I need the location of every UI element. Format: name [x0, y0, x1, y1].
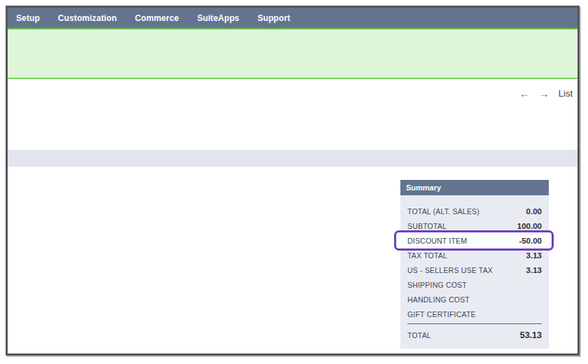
row-label: DISCOUNT ITEM — [407, 237, 467, 245]
summary-row-us-sellers-use-tax: US - SELLERS USE TAX 3.13 — [400, 262, 549, 277]
summary-row-gift-certificate: GIFT CERTIFICATE — [400, 307, 549, 321]
app-window: Setup Customization Commerce SuiteApps S… — [6, 6, 580, 356]
nav-item-commerce[interactable]: Commerce — [135, 13, 179, 23]
row-value: 3.13 — [526, 251, 542, 260]
forward-arrow-icon[interactable]: → — [539, 88, 550, 99]
row-label: SUBTOTAL — [407, 222, 447, 230]
row-value: 0.00 — [526, 207, 542, 216]
row-label: SHIPPING COST — [407, 281, 467, 289]
row-value: 100.00 — [517, 222, 542, 230]
summary-row-discount-item: DISCOUNT ITEM -50.00 — [400, 233, 549, 248]
summary-panel-body: TOTAL (ALT. SALES) 0.00 SUBTOTAL 100.00 … — [400, 195, 549, 349]
row-label: GIFT CERTIFICATE — [407, 310, 476, 318]
list-link[interactable]: List — [559, 88, 573, 99]
nav-controls: ← → List — [519, 88, 573, 99]
section-divider-band — [8, 150, 578, 167]
content-toolbar: ← → List — [8, 79, 578, 150]
row-label: HANDLING COST — [407, 295, 470, 304]
row-value: 3.13 — [526, 266, 542, 274]
row-value: -50.00 — [519, 237, 542, 245]
header-band — [8, 28, 578, 79]
row-value: 53.13 — [520, 330, 542, 340]
summary-row-handling-cost: HANDLING COST — [400, 292, 549, 307]
top-navbar: Setup Customization Commerce SuiteApps S… — [8, 8, 578, 28]
summary-row-total-alt-sales: TOTAL (ALT. SALES) 0.00 — [400, 204, 549, 218]
nav-item-setup[interactable]: Setup — [16, 13, 40, 23]
summary-panel: Summary TOTAL (ALT. SALES) 0.00 SUBTOTAL… — [400, 180, 549, 349]
back-arrow-icon[interactable]: ← — [519, 88, 530, 99]
nav-item-suiteapps[interactable]: SuiteApps — [197, 13, 239, 23]
summary-row-total: TOTAL 53.13 — [400, 324, 549, 346]
screenshot-canvas: Setup Customization Commerce SuiteApps S… — [0, 0, 588, 364]
row-label: US - SELLERS USE TAX — [407, 266, 493, 274]
row-label: TAX TOTAL — [407, 251, 447, 260]
row-label: TOTAL (ALT. SALES) — [407, 207, 479, 216]
summary-panel-title: Summary — [400, 180, 549, 195]
summary-row-shipping-cost: SHIPPING COST — [400, 277, 549, 292]
nav-item-customization[interactable]: Customization — [58, 13, 117, 23]
row-label: TOTAL — [407, 331, 431, 340]
nav-item-support[interactable]: Support — [258, 13, 290, 23]
